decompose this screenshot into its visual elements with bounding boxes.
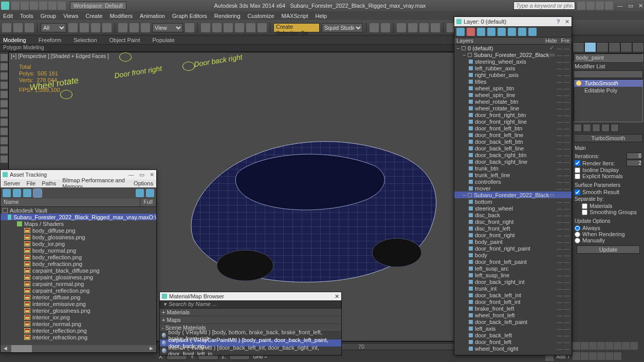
asset-row[interactable]: interior_ior.png bbox=[1, 314, 156, 320]
exchange-icon[interactable] bbox=[586, 2, 595, 10]
vp-tool-icon[interactable] bbox=[1, 82, 8, 89]
rig-handle-icon[interactable] bbox=[60, 90, 72, 99]
show-end-result-icon[interactable] bbox=[583, 124, 591, 132]
smooth-result-checkbox[interactable] bbox=[575, 189, 580, 195]
vp-tool-icon[interactable] bbox=[1, 137, 8, 144]
asset-row[interactable]: interior_reflection.png bbox=[1, 327, 156, 334]
prev-frame-icon[interactable] bbox=[581, 342, 588, 350]
fov-icon[interactable] bbox=[589, 352, 597, 360]
workspace-selector[interactable]: Workspace: Default bbox=[70, 2, 126, 10]
ribbon-tab-modeling[interactable]: Modeling bbox=[3, 37, 26, 43]
material-close-button[interactable]: ✕ bbox=[335, 293, 339, 300]
asset-row[interactable]: interior_diffuse.png bbox=[1, 294, 156, 300]
layer-object-row[interactable]: right_rubber_axis— — bbox=[454, 71, 572, 78]
angle-snap-icon[interactable] bbox=[235, 23, 244, 32]
asset-tree-icon[interactable] bbox=[13, 189, 21, 197]
menu-group[interactable]: Group bbox=[41, 13, 57, 19]
vp-tool-icon[interactable] bbox=[1, 91, 8, 98]
layer-object-row[interactable]: door_front_left_int— — bbox=[454, 298, 572, 305]
percent-snap-icon[interactable] bbox=[246, 23, 255, 32]
layer-object-row[interactable]: wheel_front_right— — bbox=[454, 345, 572, 352]
window-crossing-icon[interactable] bbox=[102, 23, 112, 32]
layer-object-row[interactable]: door_front_right_line— — bbox=[454, 118, 572, 125]
asset-row[interactable]: body_reflection.png bbox=[1, 254, 156, 260]
layer-object-row[interactable]: door_front_right_btn— — bbox=[454, 111, 572, 118]
object-name-field[interactable]: body_paint bbox=[574, 53, 643, 62]
orbit-icon[interactable] bbox=[605, 352, 613, 360]
asset-row[interactable]: interior_normal.png bbox=[1, 320, 156, 327]
pan-icon[interactable] bbox=[597, 352, 605, 360]
asset-row[interactable]: body_diffuse.png bbox=[1, 227, 156, 234]
layer-object-row[interactable]: door_back_right_btn— — bbox=[454, 151, 572, 158]
layer-object-row[interactable]: door_back_left_line— — bbox=[454, 145, 572, 151]
layer-object-row[interactable]: trunk_btn— — bbox=[454, 165, 572, 172]
help-icon[interactable] bbox=[605, 2, 613, 10]
asset-row[interactable]: Autodesk Vault bbox=[1, 207, 156, 214]
zoom-extents-icon[interactable] bbox=[581, 352, 588, 360]
select-name-icon[interactable] bbox=[80, 23, 89, 32]
modifier-list-dropdown[interactable] bbox=[574, 70, 643, 78]
select-manipulate-icon[interactable] bbox=[201, 23, 210, 32]
use-center-icon[interactable] bbox=[185, 23, 194, 32]
create-tab[interactable] bbox=[573, 42, 584, 52]
vp-tool-icon[interactable] bbox=[1, 63, 8, 70]
maximize-viewport-icon[interactable] bbox=[614, 352, 621, 360]
remove-modifier-icon[interactable] bbox=[601, 124, 610, 132]
utilities-tab[interactable] bbox=[632, 42, 644, 52]
layer-object-row[interactable]: wheel_rotate_line— — bbox=[454, 105, 572, 111]
asset-hscroll[interactable]: ◄► bbox=[1, 345, 156, 352]
asset-menu-options[interactable]: Options bbox=[134, 180, 153, 186]
vp-tool-icon[interactable] bbox=[1, 156, 8, 163]
make-unique-icon[interactable] bbox=[592, 124, 600, 132]
layer-object-row[interactable]: left_susp_line— — bbox=[454, 272, 572, 278]
layer-props-icon[interactable] bbox=[528, 28, 537, 36]
curve-editor-icon[interactable] bbox=[408, 23, 417, 32]
hierarchy-tab[interactable] bbox=[596, 42, 608, 52]
layer-object-row[interactable]: left_axis— — bbox=[454, 325, 572, 332]
layer-object-row[interactable]: trunk_int— — bbox=[454, 285, 572, 292]
layer-highlight-icon[interactable] bbox=[498, 28, 506, 36]
asset-menu-paths[interactable]: Paths bbox=[42, 180, 56, 186]
asset-row[interactable]: carpaint_glossiness.png bbox=[1, 274, 156, 280]
asset-row[interactable]: interior_refraction.png bbox=[1, 334, 156, 340]
layer-object-row[interactable]: left_rubber_axis— — bbox=[454, 65, 572, 71]
layer-object-row[interactable]: door_front_left_paint— — bbox=[454, 258, 572, 265]
asset-refresh-icon[interactable] bbox=[3, 189, 11, 197]
asset-row[interactable]: interior_emissive.png bbox=[1, 300, 156, 307]
ribbon-tab-populate[interactable]: Populate bbox=[152, 37, 174, 43]
layer-object-row[interactable]: left_susp_arc— — bbox=[454, 265, 572, 272]
material-section-header[interactable]: + Materials bbox=[160, 309, 341, 316]
close-button[interactable]: ✕ bbox=[638, 3, 643, 9]
scale-icon[interactable] bbox=[141, 23, 150, 32]
sep-materials-checkbox[interactable] bbox=[582, 203, 587, 209]
zoom-all-icon[interactable] bbox=[573, 352, 580, 360]
select-region-icon[interactable] bbox=[91, 23, 100, 32]
layer-object-row[interactable]: disc_front_left— — bbox=[454, 225, 572, 232]
configure-sets-icon[interactable] bbox=[611, 124, 619, 132]
ref-coord-system[interactable]: View bbox=[152, 23, 183, 32]
undo-icon[interactable] bbox=[2, 23, 11, 32]
layer-new-icon[interactable] bbox=[456, 28, 465, 36]
qat-undo-icon[interactable] bbox=[39, 2, 47, 10]
rotate-icon[interactable] bbox=[130, 23, 139, 32]
asset-tree[interactable]: Autodesk VaultSubaru_Forester_2022_Black… bbox=[1, 207, 156, 345]
layer-object-row[interactable]: door_back_left— — bbox=[454, 332, 572, 338]
keyboard-shortcut-icon[interactable] bbox=[212, 23, 222, 32]
layer-object-row[interactable]: wheel_spin_btn— — bbox=[454, 85, 572, 91]
asset-row[interactable]: carpaint_normal.png bbox=[1, 280, 156, 287]
asset-row[interactable]: Maps / Shaders bbox=[1, 220, 156, 227]
qat-project-icon[interactable] bbox=[58, 2, 66, 10]
select-icon[interactable] bbox=[68, 23, 78, 32]
play-icon[interactable] bbox=[589, 342, 597, 350]
layer-object-row[interactable]: door_back_right_line— — bbox=[454, 158, 572, 165]
asset-table-icon[interactable] bbox=[33, 189, 42, 197]
isoline-checkbox[interactable] bbox=[575, 167, 580, 173]
asset-row[interactable]: body_ior.png bbox=[1, 240, 156, 247]
layer-object-row[interactable]: body_paint— — bbox=[454, 238, 572, 245]
material-section-header[interactable]: + Maps bbox=[160, 316, 341, 324]
layer-object-row[interactable]: disc_front_right— — bbox=[454, 218, 572, 225]
layer-row[interactable]: −Subaru_Forester_2022_Black_Control▭— — bbox=[454, 51, 572, 58]
stack-item-editable-poly[interactable]: Editable Poly bbox=[574, 87, 642, 94]
menu-customize[interactable]: Customize bbox=[248, 13, 274, 19]
qat-open-icon[interactable] bbox=[21, 2, 29, 10]
